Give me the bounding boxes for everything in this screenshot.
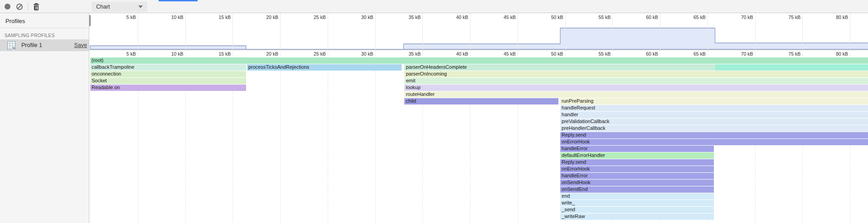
flame-bar[interactable]: write_ bbox=[560, 200, 714, 206]
flame-bar[interactable]: onconnection bbox=[90, 71, 246, 77]
flame-bar[interactable]: handleRequest bbox=[560, 105, 868, 111]
save-link[interactable]: Save bbox=[74, 42, 87, 48]
flame-bar[interactable]: callbackTrampoline bbox=[90, 64, 246, 71]
chevron-down-icon bbox=[138, 5, 143, 8]
flame-bar[interactable]: onSendHook bbox=[560, 180, 714, 186]
flame-chart: (root)callbackTrampolineprocessTicksAndR… bbox=[89, 13, 868, 223]
view-mode-value: Chart bbox=[96, 4, 110, 10]
flame-bar[interactable]: _writeRaw bbox=[560, 214, 714, 220]
sidebar-divider bbox=[0, 28, 89, 28]
flame-bar[interactable]: (root) bbox=[90, 57, 868, 64]
grid-line bbox=[328, 51, 328, 223]
clear-all-profiles-button[interactable] bbox=[14, 1, 25, 12]
flame-chart-pane: 5 kB10 kB15 kB20 kB25 kB30 kB35 kB40 kB4… bbox=[89, 13, 868, 223]
view-mode-select[interactable]: Chart bbox=[92, 2, 147, 12]
flame-bar[interactable]: onSendEnd bbox=[560, 186, 714, 193]
memory-profiler-panel: Chart Profiles SAMPLING PROFILES % Profi… bbox=[0, 0, 868, 223]
flame-bar[interactable]: preValidationCallback bbox=[560, 119, 868, 125]
record-icon bbox=[5, 4, 10, 9]
flame-bar[interactable]: parserOnIncoming bbox=[404, 71, 868, 77]
profiler-toolbar: Chart bbox=[0, 0, 868, 13]
toolbar-divider bbox=[28, 3, 28, 10]
flame-bar[interactable]: Socket bbox=[90, 78, 246, 84]
flame-bar[interactable]: child bbox=[404, 98, 558, 104]
sampling-profiles-section-label: SAMPLING PROFILES bbox=[5, 33, 55, 38]
grid-line bbox=[280, 51, 281, 223]
flame-bar[interactable]: lookup bbox=[404, 85, 868, 91]
flame-bar[interactable]: preHandlerCallback bbox=[560, 125, 868, 132]
profile-item[interactable]: % Profile 1 Save bbox=[0, 39, 89, 51]
flame-bar[interactable]: onErrorHook bbox=[560, 139, 868, 145]
delete-profile-button[interactable] bbox=[31, 1, 42, 12]
grid-line bbox=[375, 51, 376, 223]
trash-icon bbox=[33, 3, 39, 10]
flame-bar[interactable]: Readable.on bbox=[90, 85, 246, 91]
flame-bar[interactable]: routeHandler bbox=[404, 91, 868, 98]
active-tab-indicator bbox=[159, 0, 198, 1]
profile-name: Profile 1 bbox=[21, 42, 42, 48]
flame-bar[interactable]: end bbox=[560, 193, 714, 199]
flame-bar[interactable]: parserOnHeadersComplete bbox=[404, 64, 715, 71]
profiles-sidebar: Profiles SAMPLING PROFILES % Profile 1 S… bbox=[0, 13, 89, 223]
flame-bar[interactable]: handler bbox=[560, 112, 868, 118]
flame-bar[interactable]: runPreParsing bbox=[560, 98, 868, 104]
flame-bar[interactable]: _send bbox=[560, 207, 714, 213]
flame-bar[interactable]: Reply.send bbox=[560, 132, 868, 138]
block-icon bbox=[16, 4, 23, 10]
flame-bar[interactable] bbox=[715, 64, 868, 71]
flame-bar[interactable]: handleError bbox=[560, 173, 714, 179]
record-button[interactable] bbox=[2, 1, 13, 12]
flame-bar[interactable]: processTicksAndRejections bbox=[247, 64, 402, 71]
flame-bar[interactable]: handleError bbox=[560, 146, 714, 152]
flame-bar[interactable]: Reply.send bbox=[560, 159, 714, 166]
heap-profile-icon: % bbox=[7, 41, 15, 50]
flame-bar[interactable]: defaultErrorHandler bbox=[560, 152, 714, 159]
flame-bar[interactable]: emit bbox=[404, 78, 868, 84]
flame-bar[interactable]: onErrorHook bbox=[560, 166, 714, 172]
profiles-heading: Profiles bbox=[5, 18, 25, 24]
